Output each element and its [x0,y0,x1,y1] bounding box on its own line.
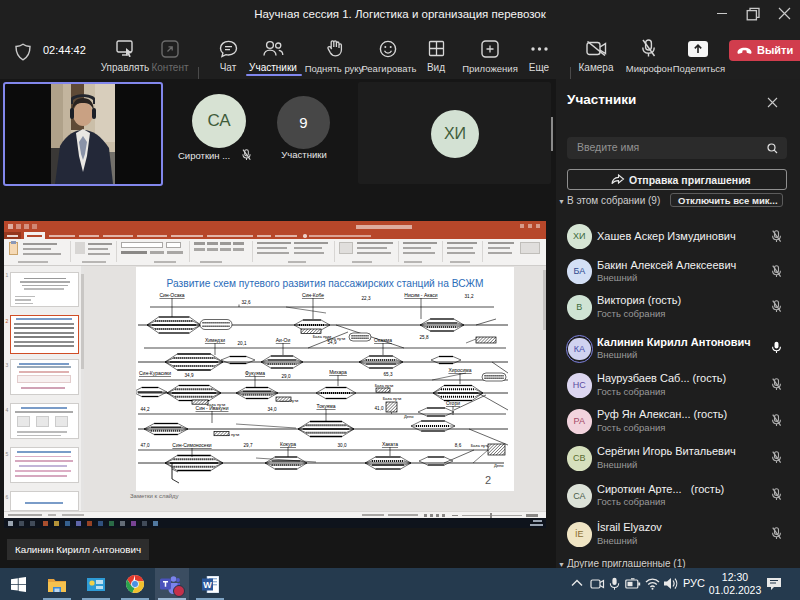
svg-text:База пути: База пути [470,443,489,448]
svg-text:Хаката: Хаката [381,441,397,447]
svg-text:29,0: 29,0 [281,374,290,379]
svg-text:Кокура: Кокура [280,441,296,447]
svg-text:54,9: 54,9 [327,340,336,345]
svg-text:Развитие схем путевого развити: Развитие схем путевого развития пассажир… [166,278,483,289]
svg-text:Депо: Депо [494,463,504,468]
svg-text:44,2: 44,2 [140,407,149,412]
svg-text:29,7: 29,7 [243,443,252,448]
svg-text:8,6: 8,6 [454,443,461,448]
svg-text:Нисим - Акаси: Нисим - Акаси [404,292,437,298]
svg-text:База пути: База пути [382,396,401,401]
svg-text:Химедзи: Химедзи [204,337,224,343]
svg-text:База пути: База пути [326,336,345,341]
svg-text:Син-Симоносеки: Син-Симоносеки [172,442,211,448]
svg-text:Хиросима: Хиросима [448,367,471,373]
svg-text:2: 2 [484,474,490,486]
svg-text:База пути: База пути [374,383,393,388]
svg-text:Депо: Депо [404,414,414,419]
svg-text:65,3: 65,3 [383,372,392,377]
svg-text:34,9: 34,9 [184,373,193,378]
svg-text:Син - Ивакуни: Син - Ивакуни [195,405,228,411]
svg-text:25,8: 25,8 [419,335,428,340]
svg-text:47,0: 47,0 [140,443,149,448]
svg-text:W: W [203,580,212,590]
svg-text:Михара: Михара [329,369,347,375]
svg-text:Огори: Огори [446,400,460,406]
svg-text:22,3: 22,3 [361,296,370,301]
svg-text:Син-Курасики: Син-Курасики [138,370,170,376]
svg-text:31,2: 31,2 [464,294,473,299]
svg-text:41,0: 41,0 [374,406,383,411]
svg-text:Син-Кобе: Син-Кобе [301,292,323,298]
svg-text:34,0: 34,0 [267,407,276,412]
svg-text:Токуяма: Токуяма [316,403,335,409]
svg-text:32,6: 32,6 [241,300,250,305]
svg-text:Син-Осака: Син-Осака [159,292,184,298]
svg-text:20,1: 20,1 [237,341,246,346]
svg-text:Аи-Ои: Аи-Ои [275,337,290,343]
svg-text:30,0: 30,0 [337,443,346,448]
svg-text:Фукуяма: Фукуяма [245,370,265,376]
svg-text:Окаяма: Окаяма [374,337,392,343]
